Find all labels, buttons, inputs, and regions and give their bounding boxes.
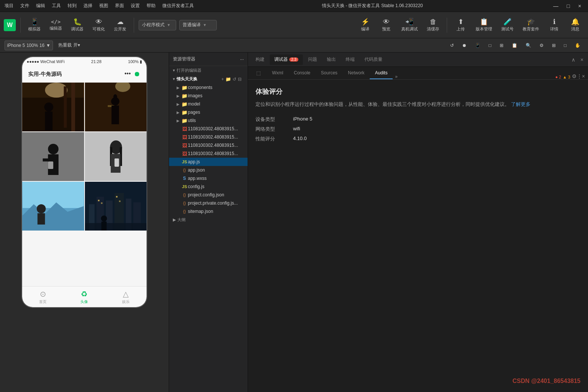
clear-cache-button[interactable]: 🗑 清缓存 <box>424 17 442 33</box>
devtools-tab-network[interactable]: Network <box>343 67 370 79</box>
title-bar-menu[interactable]: 项目 文件 编辑 工具 转到 选择 视图 界面 设置 帮助 微信开发者工具 <box>5 3 194 9</box>
file-tree-more[interactable]: ··· <box>240 57 244 62</box>
devtools-tab-wxml[interactable]: Wxml <box>267 67 289 79</box>
toolbar-btn-visualize[interactable]: 👁 可视化 <box>89 17 108 33</box>
phone-tab-avatar[interactable]: ♻ 头像 <box>80 289 88 305</box>
menu-interface[interactable]: 界面 <box>115 3 124 9</box>
tablet-view-button[interactable]: □ <box>486 41 494 50</box>
add-file-icon[interactable]: + <box>221 77 224 82</box>
record-button[interactable]: ⏺ <box>459 41 470 50</box>
tree-item-images[interactable]: ▶ 📁 images <box>169 92 248 100</box>
photo-1[interactable] <box>22 83 84 131</box>
phone-record-icon[interactable]: ⏺ <box>134 70 141 78</box>
version-mgr-button[interactable]: 📋 版本管理 <box>473 17 495 33</box>
phone-tab-bar[interactable]: ⊙ 首页 ♻ 头像 △ 娱乐 <box>22 286 147 307</box>
real-machine-button[interactable]: 📲 真机调试 <box>398 17 421 33</box>
debug-close-icon[interactable]: × <box>579 56 585 63</box>
devtools-close-icon[interactable]: × <box>582 73 585 79</box>
more-button[interactable]: □ <box>561 41 570 50</box>
debug-tab-issues[interactable]: 问题 <box>304 54 322 65</box>
phone-view-button[interactable]: 📱 <box>472 41 484 50</box>
menu-goto[interactable]: 转到 <box>68 3 77 9</box>
tree-item-appjson[interactable]: {} app.json <box>169 166 248 174</box>
add-folder-icon[interactable]: 📁 <box>225 77 231 82</box>
tree-item-components[interactable]: ▶ 📁 components <box>169 83 248 92</box>
devtools-settings-icon[interactable]: ⚙ <box>572 73 577 79</box>
phone-tab-entertainment[interactable]: △ 娱乐 <box>122 289 130 305</box>
hand-button[interactable]: ✋ <box>572 41 583 50</box>
copy-button[interactable]: 📋 <box>509 41 520 50</box>
window-controls[interactable]: — □ × <box>551 2 583 10</box>
mode-dropdown[interactable]: 小程序模式 ▼ <box>139 20 176 30</box>
tree-item-projectprivate[interactable]: {} project.private.config.js... <box>169 199 248 207</box>
maximize-button[interactable]: □ <box>564 2 572 10</box>
devtools-more-icon[interactable]: ⋮ <box>577 73 582 79</box>
audits-learn-more[interactable]: 了解更多 <box>511 101 531 107</box>
refresh-tree-icon[interactable]: ↺ <box>233 77 236 82</box>
hotreload-toggle[interactable]: 热重载 开▾ <box>55 41 83 50</box>
toolbar-btn-editor[interactable]: </> 编辑器 <box>47 18 65 33</box>
minimize-button[interactable]: — <box>551 2 561 10</box>
tree-item-model[interactable]: ▶ 📁 model <box>169 100 248 108</box>
photo-4[interactable] <box>85 132 147 181</box>
menu-file[interactable]: 文件 <box>20 3 29 9</box>
menu-devtools[interactable]: 微信开发者工具 <box>162 3 194 9</box>
photo-2[interactable] <box>85 83 147 131</box>
settings-sub-button[interactable]: ⚙ <box>537 41 547 50</box>
tree-item-appwxss[interactable]: S app.wxss <box>169 174 248 182</box>
search-button[interactable]: 🔍 <box>523 41 534 50</box>
photo-3[interactable] <box>22 132 84 181</box>
debug-tab-debugger[interactable]: 调试器 2.3 <box>270 54 303 65</box>
edu-button[interactable]: 🎓 教育套件 <box>520 17 542 33</box>
tree-item-sitemap[interactable]: {} sitemap.json <box>169 207 248 216</box>
tree-item-appjs[interactable]: JS app.js <box>169 158 248 166</box>
details-button[interactable]: ℹ 详情 <box>545 17 563 33</box>
device-select[interactable]: iPhone 5 100% 16 ▼ <box>5 41 53 50</box>
tree-item-projectconfig[interactable]: {} project.config.json <box>169 191 248 199</box>
phone-menu-icon[interactable]: ••• <box>124 70 131 78</box>
menu-select[interactable]: 选择 <box>83 3 92 9</box>
devtools-tab-console[interactable]: Console <box>289 67 316 79</box>
photo-6[interactable] <box>85 182 147 231</box>
debug-tab-build[interactable]: 构建 <box>251 54 269 65</box>
photo-5[interactable] <box>22 182 84 231</box>
test-button[interactable]: 🧪 测试号 <box>498 17 517 33</box>
grid-button[interactable]: ⊞ <box>549 41 559 50</box>
tree-item-img1[interactable]: 🖼 1108100302.48083915... <box>169 125 248 133</box>
collapse-tree-icon[interactable]: ⊟ <box>238 77 242 82</box>
tree-item-img2[interactable]: 🖼 1108100302.48083915... <box>169 133 248 141</box>
open-editors-header[interactable]: ▾ 打开的编辑器 <box>169 66 248 75</box>
tree-item-img4[interactable]: 🖼 1108100302.48083915... <box>169 149 248 158</box>
toolbar-btn-simulator[interactable]: 📱 模拟器 <box>25 17 44 33</box>
debug-tab-output[interactable]: 输出 <box>322 54 340 65</box>
toolbar-btn-cloud[interactable]: ☁ 云开发 <box>111 17 129 33</box>
menu-project[interactable]: 项目 <box>5 3 14 9</box>
devtools-tab-inspector[interactable]: ⬚ <box>251 67 267 79</box>
compile-dropdown[interactable]: 普通编译 ▼ <box>179 20 217 30</box>
menu-settings[interactable]: 设置 <box>131 3 140 9</box>
tree-item-utils[interactable]: ▶ 📁 utils <box>169 116 248 125</box>
project-section-header[interactable]: ▾ 情头天天换 + 📁 ↺ ⊟ <box>169 75 248 83</box>
devtools-more-tabs[interactable]: » <box>393 74 400 79</box>
menu-view[interactable]: 视图 <box>99 3 108 9</box>
close-button[interactable]: × <box>576 2 583 10</box>
preview-button[interactable]: 👁 预览 <box>377 17 395 33</box>
upload-button[interactable]: ⬆ 上传 <box>452 17 470 33</box>
tree-item-configjs[interactable]: JS config.js <box>169 182 248 191</box>
phone-tab-home[interactable]: ⊙ 首页 <box>39 289 47 305</box>
devtools-tab-audits[interactable]: Audits <box>370 67 393 79</box>
compile-button[interactable]: ⚡ 编译 <box>356 17 374 33</box>
debug-minimize-icon[interactable]: ∧ <box>570 56 577 63</box>
devtools-tab-sources[interactable]: Sources <box>316 67 343 79</box>
menu-tools[interactable]: 工具 <box>52 3 61 9</box>
tree-item-pages[interactable]: ▶ 📁 pages <box>169 108 248 116</box>
menu-help[interactable]: 帮助 <box>147 3 156 9</box>
messages-button[interactable]: 🔔 消息 <box>566 17 584 33</box>
refresh-button[interactable]: ↺ <box>447 41 457 50</box>
menu-edit[interactable]: 编辑 <box>36 3 45 9</box>
debug-tab-terminal[interactable]: 终端 <box>341 54 359 65</box>
split-view-button[interactable]: ⊞ <box>497 41 506 50</box>
toolbar-btn-debugger[interactable]: 🐛 调试器 <box>68 17 86 33</box>
outline-section-header[interactable]: ▶ 大纲 <box>169 216 248 224</box>
debug-tab-code-quality[interactable]: 代码质量 <box>360 54 387 65</box>
